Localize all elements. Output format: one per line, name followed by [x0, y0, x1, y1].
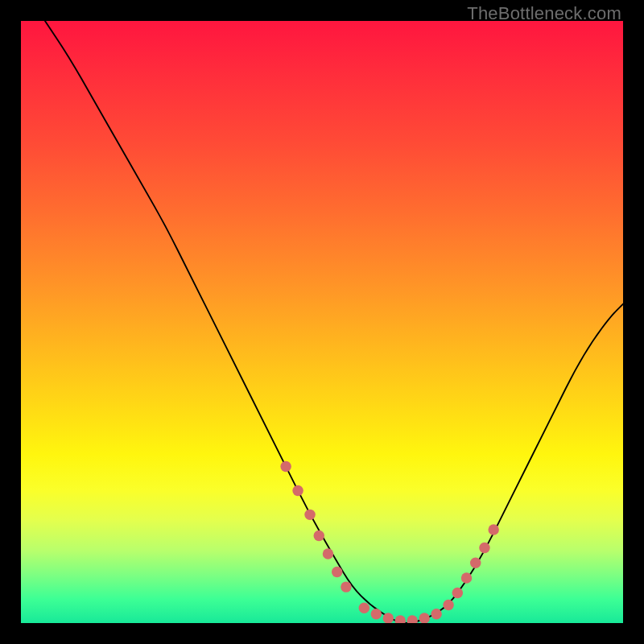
curve-dot: [383, 613, 394, 623]
curve-dot: [371, 609, 382, 619]
curve-dot: [479, 543, 489, 553]
bottleneck-curve: [45, 21, 623, 623]
curve-dot: [304, 510, 315, 520]
curve-dot: [395, 615, 406, 623]
curve-dot: [314, 530, 324, 541]
curve-dot: [452, 588, 463, 598]
curve-dots-group: [280, 461, 499, 623]
curve-dot: [470, 557, 481, 568]
plot-area: [21, 21, 623, 623]
curve-dot: [359, 603, 369, 613]
curve-dot: [407, 615, 417, 623]
curve-dot: [332, 567, 342, 577]
curve-dot: [488, 524, 498, 535]
curve-dot: [341, 581, 351, 592]
curve-dot: [323, 548, 333, 559]
curve-dot: [461, 572, 472, 583]
chart-stage: TheBottleneck.com: [0, 0, 644, 644]
curve-dot: [443, 600, 453, 610]
curve-dot: [431, 609, 441, 619]
curve-dot: [280, 461, 291, 472]
curve-dot: [292, 485, 303, 496]
curve-svg: [21, 21, 623, 623]
curve-dot: [419, 613, 429, 623]
